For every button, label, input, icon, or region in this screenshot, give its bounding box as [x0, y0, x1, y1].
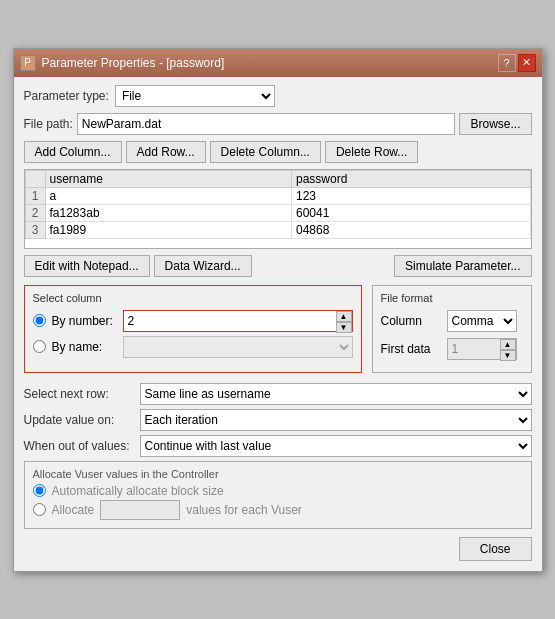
- add-column-button[interactable]: Add Column...: [24, 141, 122, 163]
- by-number-input-container: ▲ ▼: [123, 310, 353, 332]
- close-row: Close: [24, 533, 532, 563]
- bottom-section: Select next row: Same line as username S…: [24, 383, 532, 529]
- update-value-row: Update value on: Each iteration Each occ…: [24, 409, 532, 431]
- action-row: Edit with Notepad... Data Wizard... Simu…: [24, 255, 532, 277]
- username-2: fa1283ab: [45, 204, 291, 221]
- password-2: 60041: [291, 204, 530, 221]
- first-data-spin-up[interactable]: ▲: [500, 339, 516, 350]
- select-column-title: Select column: [33, 292, 353, 304]
- file-path-label: File path:: [24, 117, 73, 131]
- param-type-label: Parameter type:: [24, 89, 109, 103]
- first-data-input-container: ▲ ▼: [447, 338, 517, 360]
- param-type-select[interactable]: File: [115, 85, 275, 107]
- first-data-row: First data ▲ ▼: [381, 338, 523, 360]
- select-column-section: Select column By number: ▲ ▼: [24, 285, 362, 373]
- by-name-row: By name:: [33, 336, 353, 358]
- toolbar-row: Add Column... Add Row... Delete Column..…: [24, 141, 532, 163]
- row-num-header: [25, 170, 45, 187]
- password-1: 123: [291, 187, 530, 204]
- select-next-row-label: Select next row:: [24, 387, 134, 401]
- manual-allocate-radio[interactable]: [33, 503, 46, 516]
- row-num-1: 1: [25, 187, 45, 204]
- spin-down-button[interactable]: ▼: [336, 322, 352, 333]
- title-buttons: ? ✕: [498, 54, 536, 72]
- manual-allocate-label: Allocate: [52, 503, 95, 517]
- username-1: a: [45, 187, 291, 204]
- row-num-2: 2: [25, 204, 45, 221]
- column-format-label: Column: [381, 314, 441, 328]
- table-row: 1 a 123: [25, 187, 530, 204]
- auto-allocate-label: Automatically allocate block size: [52, 484, 224, 498]
- username-3: fa1989: [45, 221, 291, 238]
- file-format-section: File format Column Comma Tab Space First…: [372, 285, 532, 373]
- close-dialog-button[interactable]: Close: [459, 537, 532, 561]
- auto-allocate-radio[interactable]: [33, 484, 46, 497]
- file-path-input[interactable]: [77, 113, 456, 135]
- username-header: username: [45, 170, 291, 187]
- out-of-values-label: When out of values:: [24, 439, 134, 453]
- add-row-button[interactable]: Add Row...: [126, 141, 206, 163]
- dialog-icon: P: [20, 55, 36, 71]
- allocate-count-input[interactable]: [100, 500, 180, 520]
- spin-up-button[interactable]: ▲: [336, 311, 352, 322]
- data-wizard-button[interactable]: Data Wizard...: [154, 255, 252, 277]
- first-data-input[interactable]: [448, 339, 500, 359]
- data-table: username password 1 a 123 2 fa1283ab: [25, 170, 531, 239]
- simulate-parameter-button[interactable]: Simulate Parameter...: [394, 255, 531, 277]
- main-sections: Select column By number: ▲ ▼: [24, 285, 532, 373]
- row-num-3: 3: [25, 221, 45, 238]
- column-format-row: Column Comma Tab Space: [381, 310, 523, 332]
- out-of-values-select[interactable]: Continue with last value Cycle Abort Vus…: [140, 435, 532, 457]
- allocate-box: Allocate Vuser values in the Controller …: [24, 461, 532, 529]
- file-path-row: File path: Browse...: [24, 113, 532, 135]
- parameter-properties-dialog: P Parameter Properties - [password] ? ✕ …: [13, 48, 543, 572]
- select-next-row-select[interactable]: Same line as username Sequential Random …: [140, 383, 532, 405]
- manual-allocate-row: Allocate values for each Vuser: [33, 500, 523, 520]
- by-number-radio[interactable]: [33, 314, 46, 327]
- help-button[interactable]: ?: [498, 54, 516, 72]
- first-data-label: First data: [381, 342, 441, 356]
- column-format-select[interactable]: Comma Tab Space: [447, 310, 517, 332]
- window-close-button[interactable]: ✕: [518, 54, 536, 72]
- edit-notepad-button[interactable]: Edit with Notepad...: [24, 255, 150, 277]
- by-name-label: By name:: [52, 340, 117, 354]
- out-of-values-row: When out of values: Continue with last v…: [24, 435, 532, 457]
- dialog-title: Parameter Properties - [password]: [42, 56, 225, 70]
- first-data-spin-down[interactable]: ▼: [500, 350, 516, 361]
- update-value-select[interactable]: Each iteration Each occurrence Once: [140, 409, 532, 431]
- browse-button[interactable]: Browse...: [459, 113, 531, 135]
- table-wrapper: username password 1 a 123 2 fa1283ab: [24, 169, 532, 255]
- by-name-dropdown-row: [123, 336, 353, 358]
- delete-row-button[interactable]: Delete Row...: [325, 141, 418, 163]
- by-name-select[interactable]: [123, 336, 353, 358]
- by-number-row: By number: ▲ ▼: [33, 310, 353, 332]
- allocate-title: Allocate Vuser values in the Controller: [33, 468, 523, 480]
- table-row: 3 fa1989 04868: [25, 221, 530, 238]
- by-name-radio[interactable]: [33, 340, 46, 353]
- auto-allocate-row: Automatically allocate block size: [33, 484, 523, 498]
- update-value-label: Update value on:: [24, 413, 134, 427]
- by-number-label: By number:: [52, 314, 117, 328]
- table-row: 2 fa1283ab 60041: [25, 204, 530, 221]
- dialog-body: Parameter type: File File path: Browse..…: [14, 77, 542, 571]
- action-left: Edit with Notepad... Data Wizard...: [24, 255, 252, 277]
- file-format-title: File format: [381, 292, 523, 304]
- password-3: 04868: [291, 221, 530, 238]
- select-next-row-row: Select next row: Same line as username S…: [24, 383, 532, 405]
- delete-column-button[interactable]: Delete Column...: [210, 141, 321, 163]
- allocate-suffix: values for each Vuser: [186, 503, 302, 517]
- by-number-input[interactable]: [124, 311, 336, 331]
- title-bar-left: P Parameter Properties - [password]: [20, 55, 225, 71]
- title-bar: P Parameter Properties - [password] ? ✕: [14, 49, 542, 77]
- spin-buttons: ▲ ▼: [336, 311, 352, 331]
- password-header: password: [291, 170, 530, 187]
- param-type-row: Parameter type: File: [24, 85, 532, 107]
- data-table-container[interactable]: username password 1 a 123 2 fa1283ab: [24, 169, 532, 249]
- first-data-spin-buttons: ▲ ▼: [500, 339, 516, 359]
